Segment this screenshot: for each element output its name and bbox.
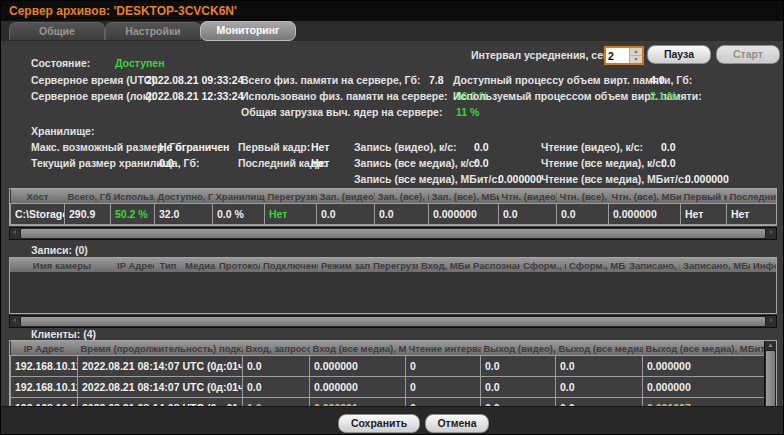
clients-column-header: Выход (все медиа), к/с [556,341,643,356]
storage-cell: 0.0 % [213,204,265,225]
storage-table-header-row: ХостВсего, ГбИспольз.Доступно, ГбХранили… [11,189,778,204]
storage-cell: Нет [265,204,317,225]
clients-cell: 0.000000 [643,377,766,398]
write-all-value: 0.0 [474,157,489,170]
storage-column-header: Зап. (все), МБит/с [429,189,499,204]
clients-cell: 0.0 [243,377,310,398]
status-value: Доступен [115,57,165,70]
records-column-header: Записано, к/с [626,258,680,272]
start-button[interactable]: Старт [716,45,780,64]
footer-bar: Сохранить Отмена [1,406,783,435]
write-all-label: Запись (все медиа), к/с: [354,157,478,170]
storage-column-header: Зап. (все), к/с [375,189,429,204]
cpu-load-label: Общая загрузка выч. ядер на сервере: [241,106,442,119]
read-all-mbit-label: Чтение (все медиа), МБит/с: [541,173,687,186]
archive-server-window: Сервер архивов: 'DESKTOP-3CVCK6N' Общие … [0,0,784,435]
last-frame-value: Нет [311,157,329,170]
storage-cell: 32.0 [155,204,213,225]
clients-table-row[interactable]: 192.168.10.112022.08.21 08:14:07 UTC (0д… [11,377,766,398]
clients-cell: 0 [406,377,481,398]
tab-general[interactable]: Общие [9,22,105,40]
write-all-mbit-value: 0.000000 [498,173,542,186]
status-label: Состояние: [31,57,90,70]
clients-column-header: Время (продолжительность) подключения [78,341,243,356]
storage-column-header: Использ. [111,189,155,204]
server-time-local-value: 2022.08.21 12:33:24 [146,90,244,103]
records-column-header: Распознано [470,258,520,272]
interval-spinner: ▲ ▼ [604,46,644,65]
scroll-left-icon[interactable]: ‹ [10,316,20,327]
records-column-header: Перегрузка [370,258,418,272]
max-size-value: Не ограничен [159,141,229,154]
records-column-header: Инфо [750,258,777,272]
records-column-header: IP Адрес [114,258,154,272]
records-column-header: Тип [154,258,182,272]
hscroll-thumb[interactable] [21,317,765,326]
read-video-label: Чтение (видео), к/с: [541,141,643,154]
save-button[interactable]: Сохранить [338,414,420,433]
records-column-header: Медиа [182,258,216,272]
spinner-down-icon[interactable]: ▼ [630,56,642,63]
first-frame-label: Первый кадр: [238,141,310,154]
phys-total-label: Всего физ. памяти на сервере, Гб: [241,74,420,87]
write-all-mbit-label: Запись (все медиа), МБит/с: [354,173,501,186]
storage-column-header: Хост [11,189,65,204]
storage-cell: 0.0 [375,204,429,225]
vscroll-thumb[interactable] [766,351,775,407]
virt-used-value: 2.1 % [650,90,677,103]
storage-cell: 0.0 [317,204,375,225]
cur-size-label: Текущий размер хранилища, Гб: [31,157,199,170]
interval-label: Интервал усреднения, сек: [471,49,612,62]
clients-cell: 0.0 [481,356,556,377]
phys-used-label: Использовано физ. памяти на сервере: [241,90,448,103]
clients-cell: 0.0 [556,356,643,377]
interval-input[interactable] [606,48,629,63]
records-table: Имя камерыIP АдресТипМедиаПротоколПодклю… [9,257,777,314]
storage-cell: 290.9 [65,204,111,225]
cancel-button[interactable]: Отмена [425,414,489,433]
storage-cell: Нет [727,204,778,225]
clients-cell: 192.168.10.11 [11,356,78,377]
scroll-right-icon[interactable]: › [766,316,776,327]
storage-cell: 0.0 [499,204,557,225]
records-table-hscrollbar[interactable]: ‹ › [9,315,777,328]
clients-column-header: Вход, запросов/с [243,341,310,356]
records-column-header: Подключение [260,258,318,272]
storage-table-row[interactable]: C:\Storage290.950.2 %32.00.0 %Нет0.00.00… [11,204,778,225]
clients-cell: 0 [406,356,481,377]
clients-table-row[interactable]: 192.168.10.112022.08.21 08:14:07 UTC (0д… [11,356,766,377]
tab-settings[interactable]: Настройки [105,22,201,40]
tab-monitoring[interactable]: Мониторинг [200,21,296,41]
storage-section-label: Хранилище: [31,125,94,138]
storage-cell: 0.000000 [609,204,681,225]
clients-column-header: Вход (все медиа), МБит/с [310,341,406,356]
spinner-up-icon[interactable]: ▲ [630,48,642,56]
scroll-up-icon[interactable]: ▲ [765,341,776,350]
read-all-mbit-value: 0.000000 [685,173,729,186]
pause-button[interactable]: Пауза [647,45,711,64]
records-column-header: Режим зап. [318,258,370,272]
storage-table-hscrollbar[interactable]: ‹ › [9,227,777,240]
clients-cell: 0.000000 [643,356,766,377]
phys-total-value: 7.8 [429,74,444,87]
virt-avail-value: 4.0 [650,74,665,87]
storage-column-header: Первый кадр [681,189,727,204]
storage-cell: 0.000000 [429,204,499,225]
records-empty-area [10,272,776,313]
scroll-right-icon[interactable]: › [766,228,776,239]
write-video-value: 0.0 [474,141,489,154]
storage-column-header: Чтн. (видео), к/с [499,189,557,204]
storage-cell: 0.0 [557,204,609,225]
clients-cell: 0.0 [556,377,643,398]
clients-column-header: Выход (все медиа), МБит/с [643,341,766,356]
storage-column-header: Зап. (видео), к/с [317,189,375,204]
hscroll-thumb[interactable] [21,229,765,238]
spinner-arrows: ▲ ▼ [629,48,642,63]
clients-column-header: IP Адрес [11,341,78,356]
storage-column-header: Последний кадр [727,189,778,204]
write-video-label: Запись (видео), к/с: [354,141,457,154]
storage-cell: 50.2 % [111,204,155,225]
records-column-header: Сформ., к/с [520,258,566,272]
server-time-utc-label: Серверное время (UTC): [31,74,158,87]
scroll-left-icon[interactable]: ‹ [10,228,20,239]
